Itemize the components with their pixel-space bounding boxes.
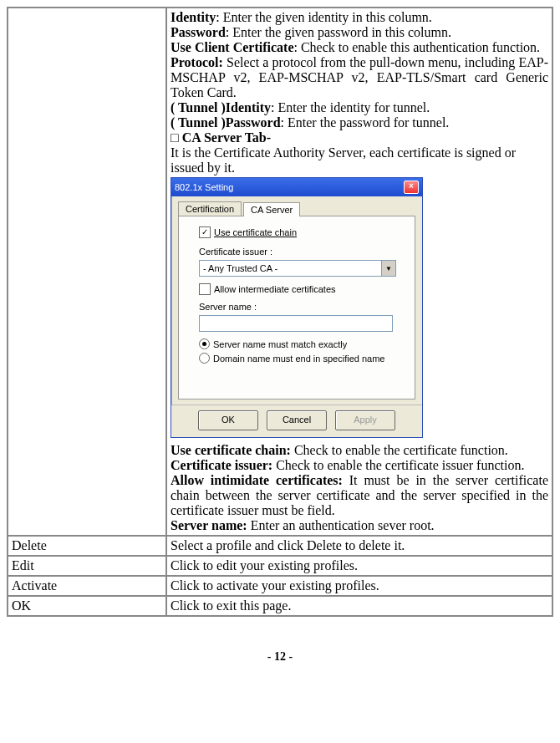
dialog-tabs: Certification CA Server (178, 201, 415, 216)
checkbox-use-cert-chain[interactable] (199, 226, 211, 238)
row-ok-left: OK (8, 596, 166, 616)
dialog-titlebar: 802.1x Setting × (171, 178, 422, 196)
label-radio-match: Server name must match exactly (213, 339, 347, 349)
row-radio-domain: Domain name must end in specified name (199, 353, 406, 364)
row-allow-intermediate: Allow intermediate certificates (199, 283, 406, 295)
close-icon[interactable]: × (404, 181, 419, 194)
row-delete-left: Delete (8, 536, 166, 556)
row-ok-right: Click to exit this page. (166, 596, 552, 616)
label-allow-intermediate: Allow intermediate certificates (214, 284, 336, 294)
label-server-name: Server name : (199, 302, 406, 312)
row-edit-right: Click to edit your existing profiles. (166, 556, 552, 576)
apply-button[interactable]: Apply (335, 410, 395, 430)
radio-domain-end[interactable] (199, 353, 210, 364)
row-edit-left: Edit (8, 556, 166, 576)
combo-cert-issuer[interactable]: - Any Trusted CA - ▼ (199, 260, 396, 277)
row-activate-right: Click to activate your existing profiles… (166, 576, 552, 596)
cancel-button[interactable]: Cancel (267, 410, 327, 430)
def2-server-name: Server name: Enter an authentication sev… (171, 518, 548, 533)
row0-left (8, 8, 166, 536)
row-delete-right: Select a profile and click Delete to del… (166, 536, 552, 556)
ok-button[interactable]: OK (198, 410, 258, 430)
checkbox-allow-intermediate[interactable] (199, 283, 211, 295)
def-password: Password: Enter the given password in th… (171, 25, 548, 40)
tab-ca-server[interactable]: CA Server (243, 202, 300, 216)
row-use-cert-chain: Use certificate chain (199, 226, 406, 238)
label-use-cert-chain: Use certificate chain (214, 227, 297, 237)
dialog-panel: Use certificate chain Certificate issuer… (178, 216, 415, 399)
def2-use-cert-chain: Use certificate chain: Check to enable t… (171, 443, 548, 458)
dialog-8021x-setting: 802.1x Setting × Certification CA Server… (171, 177, 423, 438)
row-radio-match: Server name must match exactly (199, 338, 406, 349)
def-tunnel-password: ( Tunnel )Password: Enter the password f… (171, 115, 548, 130)
row-activate-left: Activate (8, 576, 166, 596)
dialog-title: 802.1x Setting (175, 182, 233, 192)
combo-cert-issuer-value: - Any Trusted CA - (203, 263, 277, 273)
def-protocol: Protocol: Select a protocol from the pul… (171, 55, 548, 100)
def-identity: Identity: Enter the given identity in th… (171, 10, 548, 25)
label-cert-issuer: Certificate issuer : (199, 247, 406, 257)
row0-right: Identity: Enter the given identity in th… (166, 8, 552, 536)
bullet-desc: It is the Certificate Authority Server, … (171, 145, 548, 176)
def-use-client-cert: Use Client Certificate: Check to enable … (171, 40, 548, 55)
page-number: - 12 - (7, 650, 553, 664)
radio-match-exactly[interactable] (199, 338, 210, 349)
chevron-down-icon: ▼ (381, 261, 395, 276)
def2-cert-issuer: Certificate issuer: Check to enable the … (171, 458, 548, 473)
label-radio-domain: Domain name must end in specified name (213, 354, 384, 364)
input-server-name[interactable] (199, 315, 393, 332)
tab-certification[interactable]: Certification (178, 201, 242, 216)
definition-table: Identity: Enter the given identity in th… (7, 7, 553, 617)
dialog-button-row: OK Cancel Apply (171, 405, 422, 437)
row-server-name-field (199, 315, 406, 332)
row-cert-issuer-combo: - Any Trusted CA - ▼ (199, 260, 406, 277)
def-tunnel-identity: ( Tunnel )Identity: Enter the identity f… (171, 100, 548, 115)
bullet-ca-server: □ CA Server Tab- (171, 130, 548, 145)
def2-allow-intimidate: Allow intimidate certificates: It must b… (171, 473, 548, 518)
